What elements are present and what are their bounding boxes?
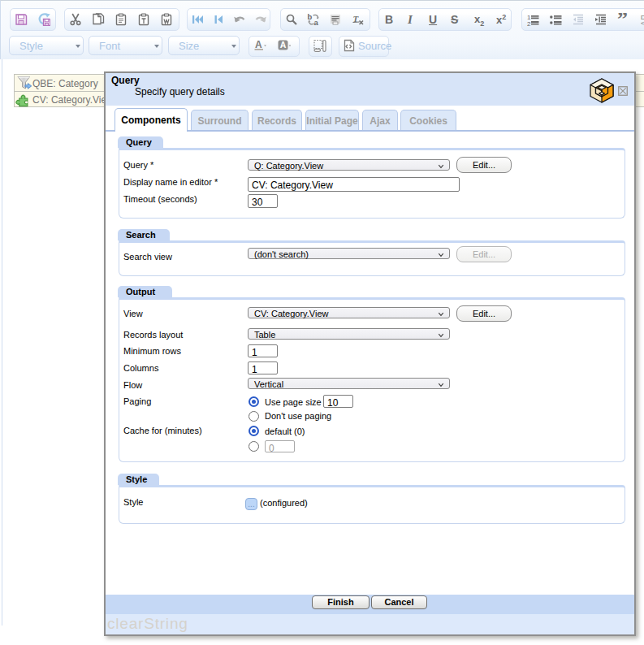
- svg-text:A: A: [255, 39, 262, 50]
- svg-text:”: ”: [617, 13, 628, 26]
- svg-text:b: b: [308, 13, 313, 21]
- svg-text:a: a: [314, 18, 319, 26]
- svg-text:2: 2: [527, 20, 531, 27]
- svg-text:A: A: [280, 40, 287, 50]
- svg-text:<: <: [641, 19, 644, 26]
